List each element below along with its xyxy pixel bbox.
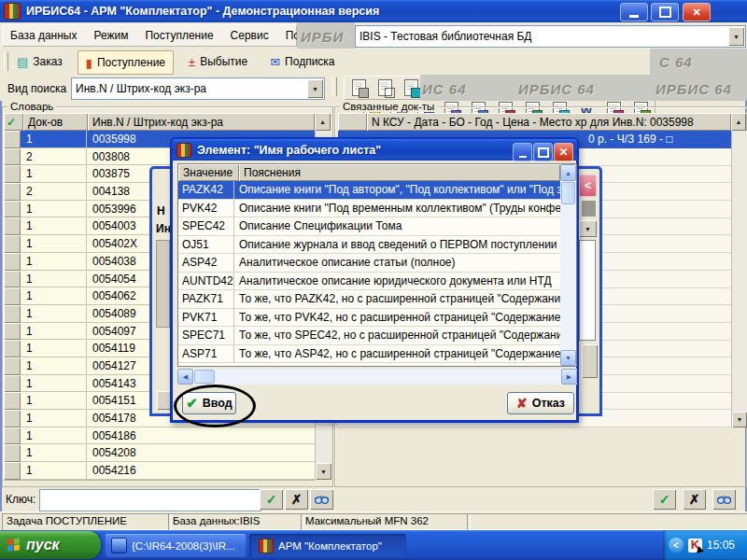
scroll-left-icon[interactable]: ◀ [177, 369, 193, 385]
row-header-cell[interactable] [4, 410, 21, 427]
dialog-close-button[interactable]: ✕ [554, 143, 573, 161]
dictionary-row[interactable]: 1 0054216 [4, 462, 315, 480]
row-header-cell[interactable] [4, 148, 21, 166]
cancel-button[interactable]: ✘ Отказ [507, 392, 574, 414]
taskbar-task-explorer[interactable]: {C:\IR64-2008(3)\IR... [106, 534, 246, 557]
scroll-down-icon[interactable]: ▼ [316, 463, 331, 480]
scroll-down-icon[interactable]: ▼ [560, 350, 576, 366]
scroll-up-icon[interactable]: ▲ [560, 164, 576, 181]
key-input[interactable] [39, 489, 261, 511]
worksheet-row[interactable]: AUNTD42 Аналитическое описание юридическ… [178, 273, 560, 291]
dialog-maximize-button[interactable] [533, 143, 553, 161]
row-header-cell[interactable] [4, 357, 21, 375]
menu-item[interactable]: Режим [85, 29, 136, 42]
taskbar-task-komplektator[interactable]: АРМ "Комплектатор" [249, 534, 406, 557]
restore-button[interactable] [651, 3, 679, 21]
clear-linked-button[interactable]: ✗ [683, 489, 706, 510]
worksheet-row[interactable]: SPEC42 Описание Спецификации Тома [178, 217, 560, 236]
menu-item[interactable]: Сервис [222, 29, 277, 42]
scroll-right-icon[interactable]: ▶ [561, 369, 577, 385]
dictionary-row[interactable]: 1 0054208 [4, 444, 315, 462]
worksheet-row[interactable]: PVK71 То же, что PVK42, но с расширенной… [178, 309, 560, 328]
worksheet-code-cell: AUNTD42 [178, 273, 234, 291]
scroll-down-icon[interactable]: ▼ [732, 412, 747, 427]
mode-tab[interactable]: ▤ Заказ [9, 50, 70, 73]
worksheet-row[interactable]: ASP42 Аналитическое описание статьи (пол… [178, 254, 560, 273]
background-scrollbar [156, 240, 170, 328]
doc-count-cell: 1 [21, 305, 87, 323]
ok-button[interactable]: ✔ Ввод [182, 392, 236, 414]
row-header-cell[interactable] [4, 287, 21, 305]
scrollbar-thumb[interactable] [194, 370, 215, 384]
row-header-cell[interactable] [4, 427, 21, 445]
worksheet-rows[interactable]: PAZK42 Описание книги "Под автором", "По… [178, 181, 560, 366]
windows-logo-icon [7, 538, 21, 552]
worksheet-row[interactable]: SPEC71 То же, что SPEC42, но с расширенн… [178, 327, 560, 345]
key-label: Ключ: [6, 493, 35, 506]
scroll-up-icon[interactable]: ▲ [315, 113, 331, 131]
row-header-cell[interactable] [4, 201, 21, 218]
row-header-cell[interactable] [4, 235, 21, 253]
worksheet-row[interactable]: PAZK42 Описание книги "Под автором", "По… [178, 181, 560, 200]
mode-tab-label: Заказ [33, 55, 62, 68]
menu-item[interactable]: Поступление [136, 29, 221, 42]
row-header-cell[interactable] [4, 131, 21, 148]
worksheet-row[interactable]: OJ51 Описание журнала и ввод сведений о … [178, 236, 560, 255]
row-header-cell[interactable] [4, 217, 21, 235]
status-bar: Задача ПОСТУПЛЕНИЕ База данных:IBIS Макс… [0, 511, 747, 531]
clear-key-button[interactable]: ✗ [285, 489, 308, 510]
worksheet-row[interactable]: ASP71 То же, что ASP42, но с расширенной… [178, 345, 560, 364]
scroll-up-icon[interactable]: ▲ [731, 113, 746, 131]
close-button[interactable]: ✕ [683, 3, 711, 21]
chevron-down-icon[interactable]: ▼ [307, 79, 323, 98]
chevron-down-icon[interactable]: ▼ [728, 27, 744, 46]
worksheet-hscrollbar[interactable]: ◀ ▶ [177, 369, 577, 385]
view-icon[interactable] [712, 489, 736, 510]
description-column-header[interactable]: Пояснения [239, 164, 560, 181]
tray-collapse-icon[interactable]: < [669, 538, 684, 553]
key-column-header[interactable]: Инв.N / Штрих-код экз-ра [88, 113, 315, 131]
toolbar-grip [332, 77, 337, 96]
start-button[interactable]: пуск [0, 531, 101, 559]
linked-docs-scrollbar[interactable]: ▼ [731, 131, 747, 427]
apply-linked-button[interactable]: ✓ [653, 489, 676, 510]
worksheet-vscrollbar[interactable]: ▼ [560, 181, 576, 366]
row-header-cell[interactable] [4, 305, 21, 323]
database-combo[interactable]: IBIS - Тестовая библиотечная БД ▼ [355, 25, 746, 48]
mode-tab[interactable]: ± Выбытие [181, 50, 255, 73]
value-column-header[interactable]: Значение [178, 164, 239, 181]
row-header-cell[interactable] [4, 462, 21, 480]
row-header-cell[interactable] [4, 444, 21, 462]
dialog-title: Элемент: "Имя рабочего листа" [197, 144, 381, 157]
watermark-fragment: ИРБИ [297, 22, 355, 49]
mini-toolbar-button[interactable] [347, 77, 370, 98]
row-header-cell[interactable] [4, 165, 21, 183]
row-header-cell[interactable] [4, 375, 21, 393]
x-icon: ✘ [516, 396, 528, 411]
row-header-cell[interactable] [4, 323, 21, 341]
row-header-cell[interactable] [4, 271, 21, 288]
linked-docs-column-header[interactable]: N КСУ - Дата - БО - Год - Цена - Место х… [367, 113, 731, 131]
dictionary-row[interactable]: 1 0054186 [4, 427, 315, 445]
worksheet-row[interactable]: PAZK71 То же, что PAZK42, но с расширенн… [178, 290, 560, 309]
view-icon[interactable] [310, 489, 333, 510]
mode-tab[interactable]: ▮ Поступление [78, 50, 174, 75]
search-type-combo[interactable]: Инв.N / Штрих-код экз-ра ▼ [71, 77, 325, 100]
count-column-header[interactable]: Док-ов [23, 113, 88, 131]
row-header-cell[interactable] [4, 253, 21, 271]
row-header-cell[interactable] [4, 183, 21, 201]
minimize-button[interactable] [620, 3, 648, 21]
antivirus-tray-icon[interactable]: K [688, 539, 702, 553]
apply-key-button[interactable]: ✓ [260, 489, 283, 510]
mini-toolbar-button[interactable] [374, 77, 396, 98]
row-header-cell[interactable] [4, 340, 21, 357]
check-column-header[interactable]: ✓ [4, 113, 23, 131]
dialog-minimize-button[interactable] [513, 143, 532, 161]
mode-tab[interactable]: ✉ Подписка [262, 50, 342, 73]
row-header-cell[interactable] [4, 392, 21, 410]
linked-docs-group-label: Связанные док-ты [340, 101, 437, 112]
worksheet-row[interactable]: PVK42 Описание книги "Под временным колл… [178, 200, 560, 218]
mini-toolbar-button[interactable] [400, 77, 422, 98]
scrollbar-thumb[interactable] [561, 182, 575, 204]
menu-item[interactable]: База данных [2, 29, 85, 42]
